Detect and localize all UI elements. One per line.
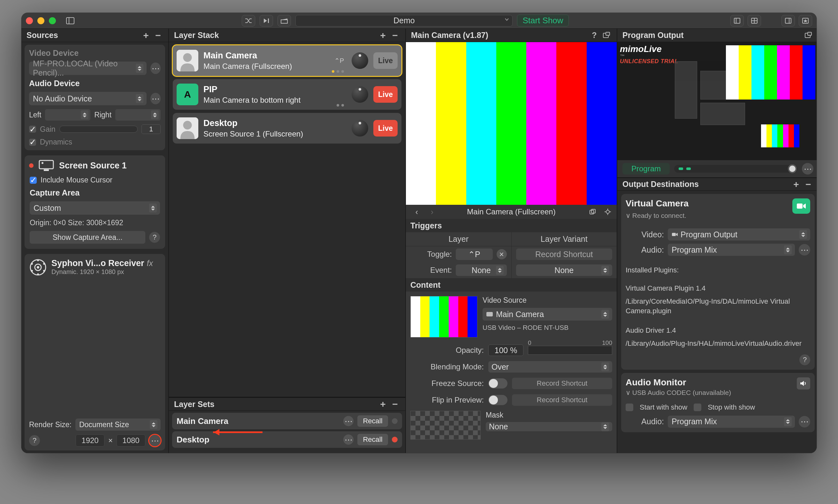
layer-row[interactable]: A PIP Main Camera to bottom right Live bbox=[173, 79, 401, 110]
layer-variant-tab[interactable]: Layer Variant bbox=[511, 232, 617, 246]
add-dest-button[interactable]: + bbox=[791, 179, 801, 190]
svg-point-32 bbox=[606, 210, 609, 213]
live-button[interactable]: Live bbox=[373, 52, 398, 69]
camera-on-icon[interactable] bbox=[792, 198, 810, 214]
flip-shortcut[interactable]: Record Shortcut bbox=[512, 394, 612, 406]
popout-icon[interactable] bbox=[601, 30, 612, 40]
svg-rect-29 bbox=[606, 32, 610, 35]
render-height-input[interactable]: 1080 bbox=[117, 434, 145, 447]
capture-area-select[interactable]: Custom bbox=[30, 201, 160, 215]
add-set-button[interactable]: + bbox=[378, 399, 388, 409]
vc-audio-more[interactable]: ⋯ bbox=[799, 244, 810, 255]
speaker-icon[interactable] bbox=[797, 377, 810, 390]
help-button[interactable]: ? bbox=[149, 232, 160, 243]
window-layout-icon[interactable] bbox=[782, 15, 795, 26]
render-more-button[interactable]: ⋯ bbox=[149, 435, 161, 446]
live-button[interactable]: Live bbox=[373, 120, 398, 137]
opacity-input[interactable]: 100 % bbox=[488, 344, 524, 356]
output-dest-title: Output Destinations bbox=[622, 180, 699, 189]
layer-row[interactable]: Desktop Screen Source 1 (Fullscreen) Liv… bbox=[173, 113, 401, 144]
program-more[interactable]: ⋯ bbox=[802, 163, 814, 175]
add-source-button[interactable]: + bbox=[141, 30, 151, 40]
gain-checkbox[interactable]: ✓ bbox=[29, 126, 36, 133]
nav-back-icon[interactable]: ‹ bbox=[412, 207, 422, 217]
copy-icon[interactable] bbox=[587, 207, 598, 217]
video-device-select[interactable]: MF-PRO.LOCAL (Video Pencil)... bbox=[29, 61, 147, 75]
gain-value[interactable]: 1 bbox=[141, 124, 161, 134]
opacity-slider[interactable] bbox=[528, 346, 612, 355]
skip-icon[interactable] bbox=[260, 15, 273, 26]
sidebar-toggle-icon[interactable] bbox=[64, 16, 77, 26]
vc-video-select[interactable]: Program Output bbox=[668, 228, 810, 240]
set-more-button[interactable]: ⋯ bbox=[343, 416, 354, 426]
remove-set-button[interactable]: − bbox=[390, 399, 400, 409]
variant-event-select[interactable]: None bbox=[516, 265, 613, 276]
minimize-window[interactable] bbox=[37, 17, 45, 24]
live-button[interactable]: Live bbox=[373, 86, 398, 103]
clear-shortcut-button[interactable]: × bbox=[497, 249, 507, 259]
document-title[interactable]: Demo bbox=[295, 15, 513, 26]
layer-set-row[interactable]: Desktop ⋯ Recall bbox=[172, 431, 402, 448]
recall-button[interactable]: Recall bbox=[357, 415, 388, 427]
event-select[interactable]: None bbox=[456, 265, 507, 276]
layer-row[interactable]: Main Camera Main Camera (Fullscreen) ⌃P … bbox=[173, 45, 401, 76]
mouse-cursor-checkbox[interactable]: ✓ bbox=[30, 177, 37, 184]
stop-with-show-checkbox[interactable] bbox=[694, 403, 701, 411]
popout-icon[interactable] bbox=[803, 30, 814, 40]
content-header: Content bbox=[406, 278, 617, 291]
audio-device-select[interactable]: No Audio Device bbox=[29, 92, 147, 105]
remove-layer-button[interactable]: − bbox=[390, 30, 400, 40]
mask-val: None bbox=[486, 422, 612, 431]
audio-device-more[interactable]: ⋯ bbox=[150, 93, 161, 104]
video-source-select[interactable]: Main Camera bbox=[482, 308, 612, 321]
volume-knob[interactable] bbox=[352, 120, 368, 137]
dynamics-checkbox[interactable]: ✓ bbox=[29, 139, 36, 146]
star-icon[interactable] bbox=[799, 15, 812, 26]
remove-source-button[interactable]: − bbox=[153, 30, 163, 40]
help-button[interactable]: ? bbox=[29, 435, 40, 446]
shuffle-icon[interactable] bbox=[242, 15, 255, 26]
set-more-button[interactable]: ⋯ bbox=[343, 434, 354, 445]
mask-select[interactable]: None bbox=[486, 422, 612, 431]
layer-title: PIP bbox=[203, 85, 346, 94]
am-audio-more[interactable]: ⋯ bbox=[799, 416, 810, 428]
layout-2-icon[interactable] bbox=[748, 15, 761, 26]
video-device-more[interactable]: ⋯ bbox=[150, 62, 161, 74]
zoom-window[interactable] bbox=[49, 17, 56, 24]
add-layer-button[interactable]: + bbox=[378, 30, 388, 40]
render-size-select[interactable]: Document Size bbox=[75, 418, 161, 431]
start-with-show-checkbox[interactable] bbox=[626, 403, 633, 411]
layout-1-icon[interactable] bbox=[730, 15, 744, 26]
variant-shortcut-field[interactable]: Record Shortcut bbox=[516, 249, 613, 260]
toggle-shortcut-field[interactable]: ⌃P bbox=[456, 249, 493, 260]
remove-dest-button[interactable]: − bbox=[803, 179, 814, 190]
clapper-icon[interactable] bbox=[277, 15, 291, 26]
blending-select[interactable]: Over bbox=[488, 361, 612, 373]
record-indicator-icon bbox=[29, 163, 34, 168]
render-width-input[interactable]: 1920 bbox=[76, 434, 104, 447]
recall-button[interactable]: Recall bbox=[357, 434, 388, 445]
freeze-toggle[interactable] bbox=[488, 378, 508, 389]
help-button[interactable]: ? bbox=[799, 354, 810, 365]
help-button[interactable]: ? bbox=[589, 30, 599, 40]
close-window[interactable] bbox=[26, 17, 33, 24]
tbar-slider[interactable] bbox=[674, 165, 798, 173]
right-channel-select[interactable] bbox=[115, 109, 161, 121]
gain-slider[interactable] bbox=[59, 126, 138, 133]
flip-toggle[interactable] bbox=[488, 395, 508, 405]
select-arrows-icon bbox=[601, 362, 609, 371]
volume-knob[interactable] bbox=[352, 86, 368, 103]
am-audio-select[interactable]: Program Mix bbox=[668, 416, 795, 428]
nav-forward-icon[interactable]: › bbox=[427, 207, 437, 217]
vc-audio-select[interactable]: Program Mix bbox=[668, 244, 795, 256]
gear-icon[interactable] bbox=[603, 207, 613, 217]
volume-knob[interactable] bbox=[352, 52, 368, 69]
layer-tab[interactable]: Layer bbox=[406, 232, 511, 246]
layer-set-row[interactable]: Main Camera ⋯ Recall bbox=[172, 413, 402, 429]
start-show-button[interactable]: Start Show bbox=[517, 15, 568, 26]
show-capture-area-button[interactable]: Show Capture Area... bbox=[30, 231, 145, 244]
program-button[interactable]: Program bbox=[622, 163, 670, 175]
layer-subtitle: Main Camera (Fullscreen) bbox=[203, 62, 329, 71]
left-channel-select[interactable] bbox=[45, 109, 90, 121]
freeze-shortcut[interactable]: Record Shortcut bbox=[512, 378, 612, 389]
